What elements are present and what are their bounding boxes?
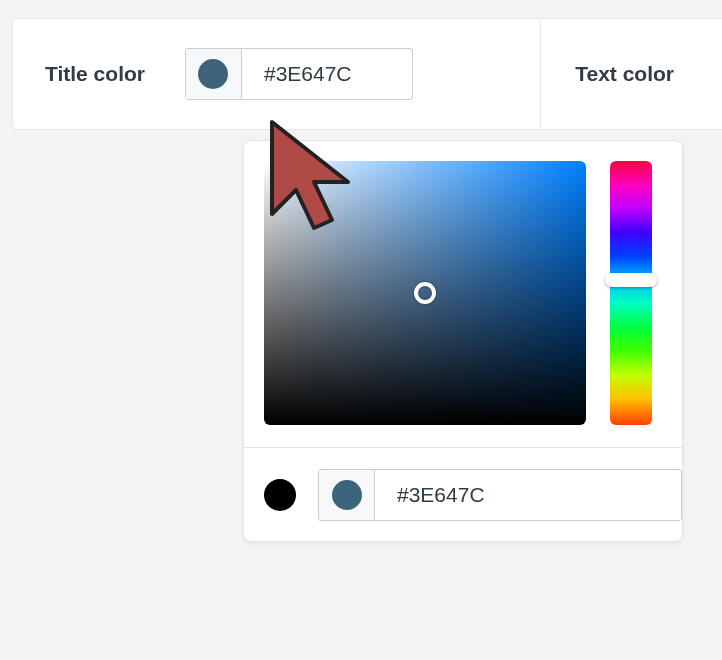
title-color-input-group (185, 48, 413, 100)
hue-slider-thumb[interactable] (605, 273, 657, 287)
preset-color-swatch[interactable] (264, 479, 296, 511)
color-settings-bar: Title color Text color (12, 18, 722, 130)
sv-cursor[interactable] (414, 282, 436, 304)
title-color-hex-input[interactable] (242, 49, 412, 99)
color-picker-main (264, 161, 662, 425)
picker-hex-input[interactable] (375, 470, 681, 520)
title-color-swatch-circle (198, 59, 228, 89)
hue-slider[interactable] (610, 161, 652, 425)
color-picker-lower (264, 447, 662, 521)
picker-swatch-button[interactable] (319, 470, 375, 520)
text-color-label: Text color (575, 62, 674, 86)
text-color-section: Text color (541, 19, 722, 129)
picker-hex-input-group (318, 469, 682, 521)
saturation-value-area[interactable] (264, 161, 586, 425)
title-color-label: Title color (45, 62, 145, 86)
picker-swatch-circle (332, 480, 362, 510)
title-color-section: Title color (13, 19, 541, 129)
title-color-swatch-button[interactable] (186, 49, 242, 99)
color-picker-popover (243, 140, 683, 542)
